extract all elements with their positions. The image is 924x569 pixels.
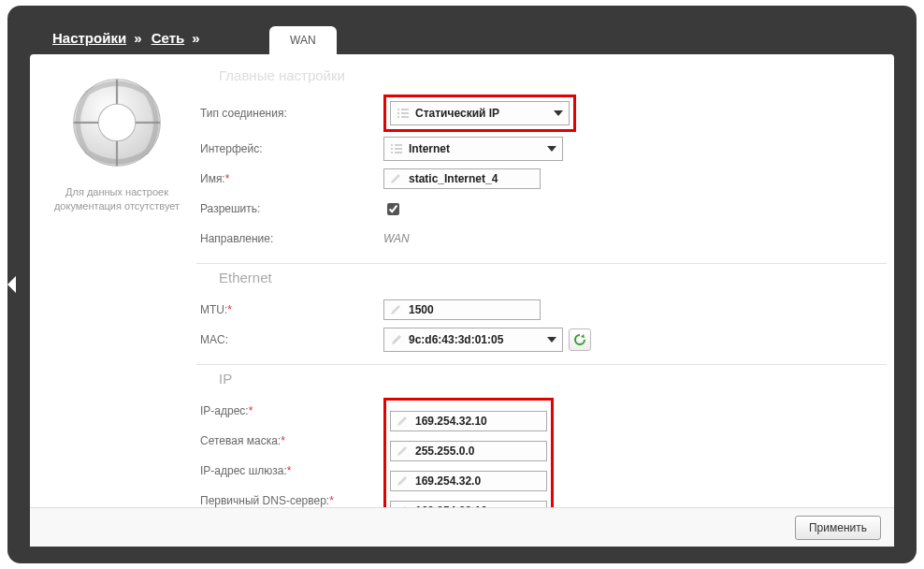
list-icon (397, 107, 410, 120)
section-main-title: Главные настройки (219, 67, 887, 83)
label-direction: Направление: (196, 232, 383, 245)
edit-icon (389, 303, 402, 316)
select-conn-type-value: Статический IP (415, 107, 499, 120)
help-sidebar: Для данных настроек документация отсутст… (37, 62, 196, 547)
label-allow: Разрешить: (196, 202, 383, 215)
input-mask[interactable]: 255.255.0.0 (390, 441, 547, 461)
help-icon (65, 71, 168, 174)
chevron-down-icon (554, 110, 563, 116)
label-mask: Сетевая маска:* (196, 434, 383, 447)
select-conn-type[interactable]: Статический IP (390, 101, 570, 125)
refresh-icon (572, 332, 587, 347)
breadcrumb-sep: » (192, 30, 199, 46)
edit-icon (396, 415, 409, 428)
input-name-value: static_Internet_4 (409, 172, 498, 185)
label-ip-addr: IP-адрес:* (196, 404, 383, 417)
label-name: Имя:* (196, 172, 383, 185)
settings-form: Главные настройки Тип соединения: Статич… (196, 62, 887, 547)
input-mtu[interactable]: 1500 (383, 299, 541, 320)
help-text: Для данных настроек документация отсутст… (43, 185, 191, 213)
breadcrumb-network[interactable]: Сеть (152, 30, 185, 46)
chevron-down-icon (547, 146, 556, 152)
edit-icon (390, 333, 403, 346)
refresh-mac-button[interactable] (569, 328, 591, 351)
list-icon (390, 142, 403, 155)
breadcrumb: Настройки» Сеть» (52, 30, 206, 46)
select-interface[interactable]: Internet (383, 137, 563, 161)
checkbox-allow[interactable] (387, 203, 399, 215)
chevron-down-icon (547, 337, 556, 343)
input-mask-value: 255.255.0.0 (415, 445, 474, 458)
apply-button[interactable]: Применить (795, 516, 881, 540)
svg-point-1 (98, 104, 136, 141)
edit-icon (396, 474, 409, 488)
label-mac: MAC: (196, 333, 383, 346)
input-ip-addr-value: 169.254.32.10 (415, 415, 487, 428)
select-mac[interactable]: 9c:d6:43:3d:01:05 (383, 328, 563, 352)
input-name[interactable]: static_Internet_4 (383, 168, 541, 189)
footer-bar: Применить (30, 507, 894, 547)
tab-wan[interactable]: WAN (269, 26, 337, 54)
select-interface-value: Internet (409, 142, 450, 155)
input-gateway[interactable]: 169.254.32.0 (390, 471, 547, 491)
input-gateway-value: 169.254.32.0 (415, 474, 481, 488)
breadcrumb-settings[interactable]: Настройки (52, 30, 126, 46)
edit-icon (389, 172, 402, 185)
edit-icon (396, 445, 409, 458)
breadcrumb-sep: » (134, 30, 141, 46)
input-mtu-value: 1500 (409, 303, 434, 316)
section-ethernet-title: Ethernet (219, 270, 887, 285)
input-ip-addr[interactable]: 169.254.32.10 (390, 411, 547, 431)
label-conn-type: Тип соединения: (196, 107, 383, 120)
expand-arrow-left-icon[interactable] (7, 276, 16, 293)
label-interface: Интерфейс: (196, 142, 383, 155)
label-dns1: Первичный DNS-сервер:* (196, 494, 383, 507)
label-gateway: IP-адрес шлюза:* (196, 464, 383, 477)
value-direction: WAN (383, 232, 410, 245)
select-mac-value: 9c:d6:43:3d:01:05 (409, 333, 503, 346)
section-ip-title: IP (219, 371, 887, 387)
label-mtu: MTU:* (196, 303, 383, 316)
